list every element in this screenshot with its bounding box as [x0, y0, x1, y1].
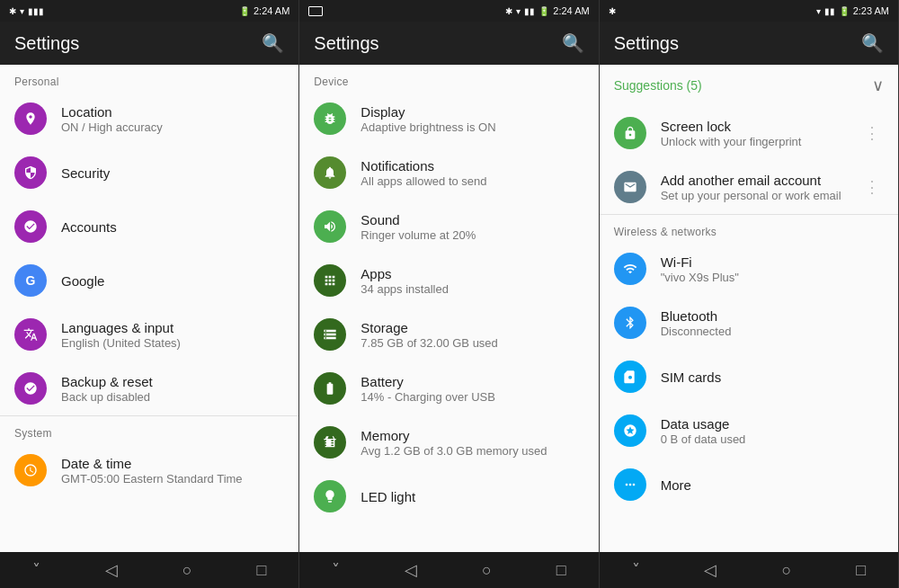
accounts-icon: [14, 210, 47, 243]
memory-text: Memory Avg 1.2 GB of 3.0 GB memory used: [360, 428, 583, 458]
security-title: Security: [61, 165, 284, 181]
nav-back-1[interactable]: ◁: [98, 553, 125, 587]
battery-icon-1: 🔋: [239, 6, 250, 16]
simcards-icon: [614, 361, 646, 393]
setting-apps[interactable]: Apps 34 apps installed: [299, 254, 598, 307]
backup-icon: [14, 372, 47, 405]
page-title-1: Settings: [14, 33, 262, 54]
setting-notifications[interactable]: Notifications All apps allowed to send: [299, 146, 598, 200]
battery-setting-icon: [314, 372, 346, 405]
screenlock-menu-icon[interactable]: ⋮: [860, 120, 884, 147]
top-bar-1: Settings 🔍: [0, 22, 298, 65]
section-header-system: System: [0, 416, 298, 443]
bluetooth-subtitle: Disconnected: [661, 325, 884, 338]
bluetooth-icon-2: ✱: [505, 6, 512, 16]
nav-recent-2[interactable]: □: [549, 554, 574, 587]
suggestion-screenlock[interactable]: Screen lock Unlock with your fingerprint…: [600, 106, 898, 160]
apps-text: Apps 34 apps installed: [360, 266, 583, 296]
nav-home-1[interactable]: ○: [175, 554, 200, 587]
location-icon: [14, 102, 47, 135]
setting-languages[interactable]: Languages & input English (United States…: [0, 307, 298, 361]
accounts-text: Accounts: [61, 219, 284, 235]
more-title: More: [661, 477, 884, 493]
status-bar-left-1: ✱ ▾ ▮▮▮: [9, 6, 44, 16]
setting-security[interactable]: Security: [0, 146, 298, 200]
wifi-text: Wi-Fi "vivo X9s Plus": [661, 254, 884, 284]
nav-recent-3[interactable]: □: [849, 554, 873, 587]
nav-home-3[interactable]: ○: [774, 554, 798, 587]
setting-wifi[interactable]: Wi-Fi "vivo X9s Plus": [600, 242, 898, 296]
nav-down-2[interactable]: ˅: [325, 553, 347, 587]
storage-title: Storage: [360, 320, 583, 335]
screenlock-subtitle: Unlock with your fingerprint: [661, 135, 860, 148]
nav-recent-1[interactable]: □: [249, 554, 273, 587]
suggestions-header[interactable]: Suggestions (5) ∨: [600, 65, 898, 106]
search-icon-2[interactable]: 🔍: [562, 32, 584, 54]
email-menu-icon[interactable]: ⋮: [860, 174, 884, 200]
memory-icon: [314, 426, 346, 459]
content-2: Device Display Adaptive brightness is ON…: [299, 65, 598, 552]
setting-more[interactable]: More: [600, 458, 898, 512]
status-bar-left-3: ✱: [609, 6, 616, 16]
datetime-title: Date & time: [61, 456, 284, 471]
display-subtitle: Adaptive brightness is ON: [360, 120, 583, 134]
datausage-text: Data usage 0 B of data used: [661, 416, 884, 446]
setting-battery[interactable]: Battery 14% - Charging over USB: [299, 361, 598, 415]
wifi-icon-3: ▾: [816, 6, 821, 16]
nav-home-2[interactable]: ○: [475, 554, 499, 587]
search-icon-3[interactable]: 🔍: [861, 32, 884, 54]
suggestion-email[interactable]: Add another email account Set up your pe…: [600, 160, 898, 214]
setting-location[interactable]: Location ON / High accuracy: [0, 92, 298, 146]
page-title-3: Settings: [614, 33, 861, 54]
panel-personal-settings: ✱ ▾ ▮▮▮ 🔋 2:24 AM Settings 🔍 Personal Lo…: [0, 0, 299, 588]
battery-subtitle: 14% - Charging over USB: [360, 390, 583, 404]
nav-bar-3: ˅ ◁ ○ □: [600, 552, 898, 588]
setting-google[interactable]: G Google: [0, 254, 298, 307]
setting-accounts[interactable]: Accounts: [0, 200, 298, 254]
apps-title: Apps: [360, 266, 583, 281]
nav-back-2[interactable]: ◁: [397, 553, 424, 587]
battery-title: Battery: [360, 374, 583, 389]
battery-icon-2: 🔋: [539, 6, 549, 16]
led-title: LED light: [360, 489, 583, 504]
display-title: Display: [360, 104, 583, 120]
nav-back-3[interactable]: ◁: [697, 553, 724, 587]
backup-subtitle: Back up disabled: [61, 390, 284, 404]
signal-icon-3: ▮▮: [824, 6, 835, 16]
search-icon-1[interactable]: 🔍: [262, 32, 284, 54]
wifi-setting-icon: [614, 253, 646, 285]
top-bar-3: Settings 🔍: [600, 22, 898, 65]
section-header-device: Device: [299, 65, 598, 92]
setting-backup[interactable]: Backup & reset Back up disabled: [0, 361, 298, 415]
sound-icon: [314, 210, 346, 243]
google-title: Google: [61, 273, 284, 289]
display-text: Display Adaptive brightness is ON: [360, 104, 583, 134]
section-header-wireless: Wireless & networks: [600, 215, 898, 242]
datausage-title: Data usage: [661, 416, 884, 432]
setting-datausage[interactable]: Data usage 0 B of data used: [600, 404, 898, 458]
backup-title: Backup & reset: [61, 374, 284, 389]
nav-down-1[interactable]: ˅: [25, 553, 48, 587]
setting-bluetooth[interactable]: Bluetooth Disconnected: [600, 296, 898, 350]
setting-datetime[interactable]: Date & time GMT-05:00 Eastern Standard T…: [0, 443, 298, 497]
languages-title: Languages & input: [61, 320, 284, 335]
setting-storage[interactable]: Storage 7.85 GB of 32.00 GB used: [299, 307, 598, 361]
setting-led[interactable]: LED light: [299, 469, 598, 523]
status-bar-1: ✱ ▾ ▮▮▮ 🔋 2:24 AM: [0, 0, 298, 22]
storage-icon: [314, 318, 346, 351]
led-text: LED light: [360, 489, 583, 504]
signal-status-icon: ▮▮▮: [28, 6, 44, 16]
setting-sound[interactable]: Sound Ringer volume at 20%: [299, 200, 598, 254]
email-icon: [614, 171, 646, 203]
nav-down-3[interactable]: ˅: [625, 553, 647, 587]
display-icon: [314, 102, 346, 135]
setting-memory[interactable]: Memory Avg 1.2 GB of 3.0 GB memory used: [299, 415, 598, 469]
apps-subtitle: 34 apps installed: [360, 282, 583, 296]
datetime-subtitle: GMT-05:00 Eastern Standard Time: [61, 472, 284, 486]
location-text: Location ON / High accuracy: [61, 104, 284, 134]
setting-simcards[interactable]: SIM cards: [600, 350, 898, 404]
setting-display[interactable]: Display Adaptive brightness is ON: [299, 92, 598, 146]
bluetooth-title: Bluetooth: [661, 308, 884, 324]
sound-title: Sound: [360, 212, 583, 227]
screenlock-text: Screen lock Unlock with your fingerprint: [661, 119, 860, 148]
